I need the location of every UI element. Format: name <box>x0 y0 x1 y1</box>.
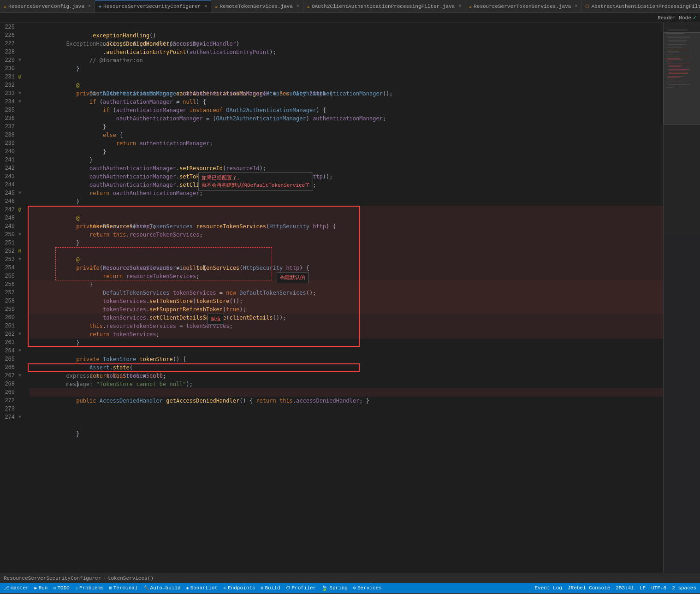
svg-rect-1 <box>667 29 688 30</box>
code-line-256: DefaultTokenServices tokenServices = new… <box>30 280 663 289</box>
reader-mode-bar: Reader Mode ✓ <box>0 13 700 23</box>
auto-build-item[interactable]: 🔨 Auto-build <box>143 585 181 591</box>
svg-rect-0 <box>666 28 689 28</box>
tooltip-assign: 赋值 <box>208 314 224 325</box>
spring-label: Spring <box>329 585 348 591</box>
todo-icon: ☑ <box>53 585 56 591</box>
tab-oauth2filter[interactable]: ☕ OAuth2ClientAuthenticationProcessingFi… <box>303 0 465 13</box>
profiler-item[interactable]: ⏱ Profiler <box>286 585 316 591</box>
code-line-225: .exceptionHandling() ExceptionHandlingCo… <box>30 23 663 31</box>
code-line-228: // @formatter:on <box>30 48 663 56</box>
lf-label: LF <box>640 585 646 591</box>
code-line-267: } <box>30 372 663 380</box>
code-line-249: return this.resourceTokenServices; <box>30 222 663 231</box>
tooltip-build-default: 构建默认的 <box>277 272 308 283</box>
code-editor: 225226227228229 230231232233234 23523623… <box>0 23 700 573</box>
code-line-265: Assert.state( expression: tokenStore ≠ n… <box>30 355 663 363</box>
close-tab-rsconfig[interactable]: × <box>88 4 91 9</box>
sonarlint-item[interactable]: ◈ SonarLint <box>186 585 218 591</box>
jrebel-console-item[interactable]: JRebel Console <box>568 585 610 591</box>
build-label: Build <box>265 585 280 591</box>
lf-item[interactable]: LF <box>640 585 646 591</box>
tab-rstokenservices[interactable]: ☕ ResourceServerTokenServices.java × <box>465 0 581 13</box>
breadcrumb-method[interactable]: tokenServices() <box>108 573 154 583</box>
line-numbers: 225226227228229 230231232233234 23523623… <box>0 23 18 573</box>
services-icon: ⚙ <box>353 585 356 591</box>
code-line-240: } <box>30 148 663 156</box>
status-bar: ⎇ master ▶ Run ☑ TODO ⚠ Problems ⊞ Termi… <box>0 583 700 593</box>
code-line-226: .accessDeniedHandler(accessDeniedHandler… <box>30 31 663 40</box>
event-log-item[interactable]: Event Log <box>535 585 562 591</box>
close-tab-rss[interactable]: × <box>204 4 207 9</box>
close-tab-rts[interactable]: × <box>297 4 299 9</box>
code-line-263 <box>30 339 663 347</box>
code-line-241: oauthAuthenticationManager.setResourceId… <box>30 156 663 164</box>
tab-remotetokenservices[interactable]: ☕ RemoteTokenServices.java × <box>211 0 303 13</box>
encoding-item[interactable]: UTF-8 <box>651 585 666 591</box>
close-tab-oauth2[interactable]: × <box>458 4 461 9</box>
code-line-269: public AccessDeniedHandler getAccessDeni… <box>30 388 663 397</box>
code-line-261: return tokenServices; <box>30 322 663 330</box>
build-item[interactable]: ⚙ Build <box>261 585 280 591</box>
terminal-label: Terminal <box>113 585 138 591</box>
code-line-272 <box>30 413 663 422</box>
close-tab-rst[interactable]: × <box>575 4 577 9</box>
spaces-item[interactable]: 2 spaces <box>672 585 696 591</box>
tooltip-already-configured: 如果已经配置了,就不会再构建默认的DefaultTokenService了 <box>198 172 313 191</box>
status-left: ⎇ master ▶ Run ☑ TODO ⚠ Problems ⊞ Termi… <box>4 585 382 591</box>
code-line-258: tokenServices.setSupportRefreshToken(tru… <box>30 297 663 305</box>
code-content[interactable]: 如果已经配置了,就不会再构建默认的DefaultTokenService了 构建… <box>28 23 663 573</box>
code-line-245: } <box>30 189 663 197</box>
gutter-icons: ▼ @ ▼ ▼ ▼ @ ▼ @ ▼ <box>18 23 28 573</box>
code-line-251 <box>30 239 663 247</box>
tab-rsconfig[interactable]: ☕ ResourceServerConfig.java × <box>0 0 95 13</box>
endpoints-item[interactable]: ⟡ Endpoints <box>223 585 255 591</box>
reader-mode-label: Reader Mode <box>658 15 691 21</box>
profiler-label: Profiler <box>292 585 316 591</box>
reader-mode-button[interactable]: Reader Mode ✓ <box>658 14 696 21</box>
svg-rect-2 <box>667 30 687 31</box>
todo-item[interactable]: ☑ TODO <box>53 585 69 591</box>
tab-rssecurityconfigurer[interactable]: ◈ ResourceServerSecurityConfigurer × <box>95 0 211 13</box>
services-item[interactable]: ⚙ Services <box>353 585 382 591</box>
code-line-233: if (authenticationManager ≠ null) { <box>30 89 663 98</box>
run-item[interactable]: ▶ Run <box>35 585 48 591</box>
minimap <box>663 23 700 573</box>
sonarlint-label: SonarLint <box>190 585 218 591</box>
code-line-266: return this.tokenStore; <box>30 363 663 372</box>
line-col-item[interactable]: 253:41 <box>616 585 634 591</box>
code-line-230 <box>30 65 663 73</box>
code-line-262: } <box>30 330 663 339</box>
code-line-246 <box>30 197 663 206</box>
spring-item[interactable]: 🍃 Spring <box>321 585 348 591</box>
todo-label: TODO <box>57 585 69 591</box>
git-branch-item[interactable]: ⎇ master <box>4 585 29 591</box>
code-line-260: this.resourceTokenServices = tokenServic… <box>30 314 663 322</box>
terminal-item[interactable]: ⊞ Terminal <box>109 585 138 591</box>
code-line-237: else { <box>30 123 663 131</box>
services-label: Services <box>357 585 382 591</box>
code-line-242: oauthAuthenticationManager.setTokenServi… <box>30 164 663 172</box>
code-line-232: OAuth2AuthenticationManager oauthAuthent… <box>30 81 663 89</box>
event-log-label: Event Log <box>535 585 562 591</box>
line-col-label: 253:41 <box>616 585 634 591</box>
code-line-252: @ private ResourceServerTokenServices to… <box>30 247 663 255</box>
code-line-255: } <box>30 272 663 280</box>
problems-icon: ⚠ <box>75 585 78 591</box>
code-line-234: if (authenticationManager instanceof OAu… <box>30 98 663 106</box>
git-branch-label: master <box>11 585 29 591</box>
code-line-248: tokenServices(http); <box>30 214 663 222</box>
problems-item[interactable]: ⚠ Problems <box>75 585 104 591</box>
code-line-268 <box>30 380 663 388</box>
spring-icon: 🍃 <box>321 585 328 591</box>
code-line-254: return resourceTokenServices; <box>30 264 663 272</box>
auto-build-label: Auto-build <box>150 585 181 591</box>
editor-area: 225226227228229 230231232233234 23523623… <box>0 23 700 573</box>
code-line-273: } <box>30 422 663 430</box>
endpoints-icon: ⟡ <box>223 586 226 591</box>
tab-abstractfilter[interactable]: ⬡ AbstractAuthenticationProcessingFilter… <box>581 0 700 13</box>
breadcrumb-class[interactable]: ResourceServerSecurityConfigurer <box>4 573 101 583</box>
build-icon: ⚙ <box>261 585 263 591</box>
code-line-227: .authenticationEntryPoint(authentication… <box>30 40 663 48</box>
run-icon: ▶ <box>35 585 37 591</box>
